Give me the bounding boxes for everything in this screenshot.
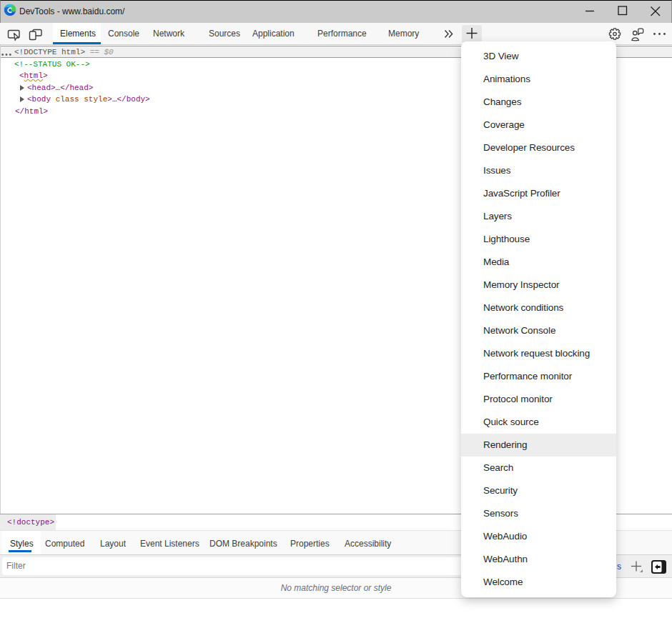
svg-text:s: s [617,562,621,572]
